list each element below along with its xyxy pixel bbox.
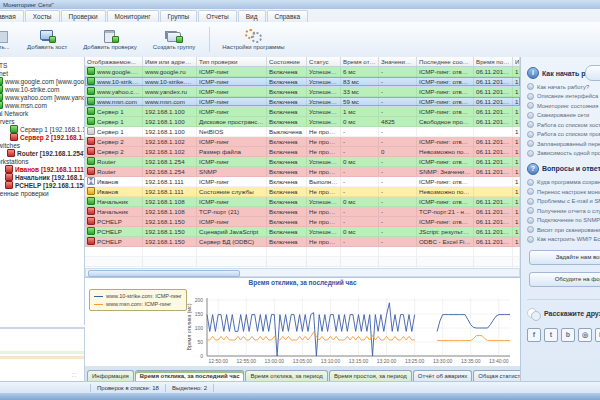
table-row[interactable]: PCHELP192.168.1.150ICMP-пингВключенаНе п… — [85, 217, 520, 227]
table-row[interactable]: Сервер 2192.168.1.102Размер файлаВключен… — [85, 147, 520, 157]
menu-tab[interactable]: Вид — [238, 10, 266, 22]
resize-grip-icon[interactable]: ∷ — [72, 372, 80, 378]
column-header[interactable]: Последнее сообщение — [417, 57, 474, 66]
table-cell: 06.11.2014 13:40 — [474, 67, 513, 76]
tree-item-label: www.msn.com — [5, 102, 47, 109]
settings-button[interactable]: Настройки программы — [209, 27, 292, 52]
tree-item[interactable]: Начальник [192.168.1.108] — [5, 173, 84, 181]
ask-question-button[interactable]: Задайте нам вопрос — [529, 250, 600, 265]
column-header[interactable]: Имя или адрес хост... — [143, 57, 197, 66]
menu-tab[interactable]: Главная — [0, 10, 24, 22]
menu-tab[interactable]: Справка — [267, 10, 309, 22]
table-row[interactable]: www.10-strike.comwww.10-strike.comICMP-п… — [85, 77, 520, 87]
column-header[interactable]: Состояние — [267, 57, 307, 66]
column-header[interactable]: Время послед... — [474, 57, 513, 66]
table-row[interactable]: Сервер 1192.168.1.100ICMP-пингВключенаУс… — [85, 107, 520, 117]
table-row[interactable]: Router192.168.1.254SNMPВключенаНе прошла… — [85, 167, 520, 177]
table-row[interactable]: PCHELP192.168.1.150Сценарий JavaScriptВк… — [85, 227, 520, 237]
column-header[interactable]: Отображаемое... — [85, 57, 143, 66]
help-link[interactable]: Перенос настроек мониторинга — [527, 188, 600, 195]
help-link[interactable]: Проблемы с E-mail и SMS — [527, 198, 600, 205]
host-status-icon — [0, 77, 3, 85]
add-check-button[interactable]: Добавить проверку — [75, 27, 145, 52]
help-link[interactable]: Сканирование сети — [527, 112, 600, 119]
table-cell: 06.11.2014 13:40 — [474, 157, 513, 166]
help-panel-button[interactable] — [585, 65, 600, 81]
menu-tab[interactable]: Мониторинг — [107, 10, 159, 22]
help-link[interactable]: Описание интерфейса — [527, 93, 600, 100]
menu-tab[interactable]: Проверки — [61, 10, 106, 22]
camera-icon[interactable]: ◎ — [578, 328, 592, 342]
table-row[interactable]: Сервер 1192.168.1.100NetBIOSВыключенаНе … — [85, 127, 520, 137]
bird-icon[interactable]: b — [561, 328, 575, 342]
table-row[interactable]: www.yahoo.comwww.yandex.ruICMP-пингВключ… — [85, 87, 520, 97]
facebook-icon[interactable]: f — [527, 328, 541, 342]
help-link[interactable]: Как начать работу? — [527, 83, 600, 90]
view-tab[interactable]: Информация — [87, 370, 134, 381]
help-link[interactable]: Работа со списком проверок — [527, 131, 600, 138]
twitter-icon[interactable]: t — [544, 328, 558, 342]
linkedin-icon[interactable]: in — [595, 328, 600, 342]
tree-item[interactable]: Internet — [0, 69, 84, 77]
table-row[interactable]: Начальник192.168.1.108ICMP-пингВключенаУ… — [85, 197, 520, 207]
scrollbar-thumb[interactable] — [88, 270, 240, 277]
column-header[interactable]: Тип проверки — [197, 57, 267, 66]
table-row[interactable]: Иванов192.168.1.111ICMP-пингВключенаВыпо… — [85, 177, 520, 187]
tree-item[interactable]: www.yahoo.com [www.yandex.ru] — [0, 93, 84, 101]
view-tab[interactable]: Отчёт об авариях — [413, 370, 472, 381]
table-cell: 06.11.2014 13:40 — [474, 167, 513, 176]
tree-item[interactable]: Router [192.168.1.254] — [7, 149, 84, 157]
table-row[interactable]: Начальник192.168.1.108TCP-порт (21)Включ… — [85, 207, 520, 217]
svg-text:150: 150 — [195, 311, 204, 317]
help-link[interactable]: Куда программа сохраняет — [527, 179, 600, 186]
table-row[interactable]: Router192.168.1.254ICMP-пингВключенаУспе… — [85, 157, 520, 167]
window-titlebar[interactable]: Мониторинг Сети" — [0, 0, 600, 9]
create-group-button[interactable]: Создать группу — [145, 27, 203, 52]
help-link[interactable]: Подключение по SNMP — [527, 217, 600, 224]
tree-item[interactable]: www.10-strike.com — [0, 85, 84, 93]
column-header[interactable]: И — [513, 57, 520, 66]
tree-item[interactable]: Workstations — [0, 157, 84, 165]
bullet-icon — [527, 198, 534, 205]
column-header[interactable]: Значение пар... — [379, 57, 417, 66]
forum-button[interactable]: Обсудите на форуме — [529, 272, 600, 287]
view-tab[interactable]: Время отклика, за период — [245, 370, 327, 381]
table-row[interactable]: PCHELP192.168.1.150Сервер БД (ODBC)Включ… — [85, 237, 520, 247]
wizard-button[interactable]: ать... — [0, 27, 19, 52]
menu-tab[interactable]: Группы — [160, 10, 198, 22]
menu-tab[interactable]: Отчеты — [198, 10, 236, 22]
menu-tab[interactable]: Хосты — [25, 10, 60, 22]
table-row[interactable]: Сервер 1192.168.1.100Дисковое пространст… — [85, 117, 520, 127]
help-link[interactable]: Получение отчета о службах — [527, 207, 600, 214]
help-link[interactable]: Запланированный перезапуск — [527, 140, 600, 147]
help-link[interactable]: Как настроить WMI? Если — [527, 236, 600, 243]
tree-item[interactable]: Отключенные проверки — [0, 189, 84, 197]
table-cell: Успешно завершена — [307, 107, 341, 116]
table-row[interactable]: Сервер 2192.168.1.102ICMP-пингВключенаНе… — [85, 137, 520, 147]
tree-item[interactable]: PCHELP [192.168.1.150] — [5, 181, 84, 189]
tree-item[interactable]: HOSTS — [0, 61, 84, 69]
view-tab[interactable]: Время отклика, за последний час — [135, 370, 245, 381]
table-row[interactable]: Иванов192.168.1.111Состояние службыВключ… — [85, 187, 520, 197]
help-link[interactable]: Работа со списком хостов — [527, 121, 600, 128]
legend-entry: www.msn.com: ICMP-пинг — [94, 300, 182, 308]
view-tab[interactable]: Время простоя, за период — [329, 370, 412, 381]
help-link[interactable]: Висит при сканировании — [527, 226, 600, 233]
tree-item[interactable]: www.msn.com — [0, 101, 84, 109]
wizard-icon — [0, 29, 11, 43]
tree-item[interactable]: www.google.com [www.google.ru] — [0, 77, 84, 85]
table-row[interactable]: www.google.comwww.google.ruICMP-пингВклю… — [85, 67, 520, 77]
horizontal-scrollbar[interactable] — [85, 268, 520, 277]
tree-item[interactable]: Сервер 1 [192.168.1.100] — [10, 125, 84, 133]
help-link[interactable]: Зависимость одной проверки — [527, 150, 600, 157]
tree-item[interactable]: Switches — [0, 141, 84, 149]
table-row[interactable]: www.msn.comwww.msn.comICMP-пингВключенаУ… — [85, 97, 520, 107]
column-header[interactable]: Время отклика — [341, 57, 379, 66]
tree-item[interactable]: Сервер 2 [192.168.1.102] — [10, 133, 84, 141]
column-header[interactable]: Статус — [307, 57, 341, 66]
add-host-button[interactable]: Добавить хост — [19, 27, 75, 52]
tree-item[interactable]: Иванов [192.168.1.111] — [5, 165, 84, 173]
tree-item[interactable]: Local Network — [0, 109, 84, 117]
help-link[interactable]: Мониторинг состояния — [527, 102, 600, 109]
tree-item[interactable]: Servers — [0, 117, 84, 125]
